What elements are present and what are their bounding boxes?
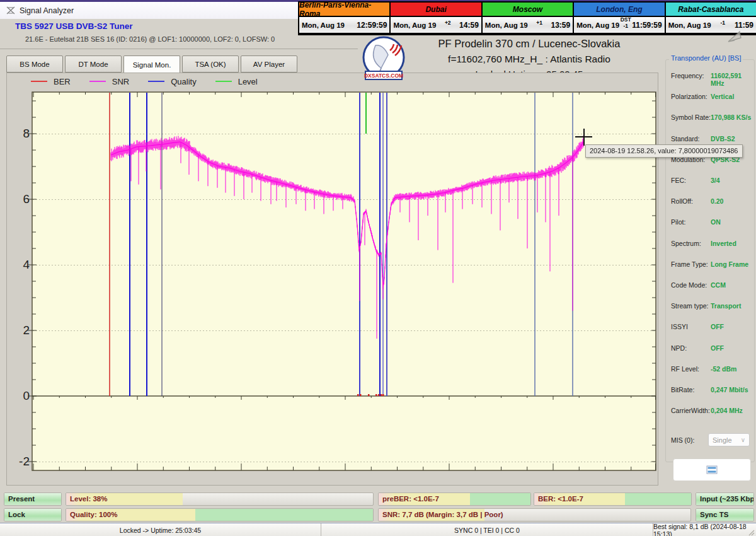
transponder-row-stream-type-: Stream type:Transport — [665, 302, 753, 312]
transponder-row-bitrate-: BitRate:0,247 Mbit/s — [665, 386, 753, 395]
meter-quality: Quality: 100% — [66, 508, 374, 521]
field-label: Standard: — [671, 135, 700, 143]
clock-time: 12:59:59 — [357, 21, 387, 30]
field-label: Code Mode: — [671, 281, 707, 289]
clock-city: Rabat-Casablanca — [666, 3, 756, 16]
clock-moscow: MoscowMon, Aug 19+113:59 — [481, 3, 573, 34]
clock-berlin-paris-vienna-roma: Berlin-Paris-Vienna-RomaMon, Aug 1912:59… — [299, 3, 389, 34]
meter-ber: BER: <1.0E-7 — [534, 492, 692, 506]
field-value: 0,247 Mbit/s — [711, 386, 748, 393]
meter-label: SNR: 7,7 dB (Margin: 3,7 dB | Poor) — [382, 509, 503, 521]
status-uptime: Locked -> Uptime: 25:03:45 — [0, 523, 321, 536]
dxsatcs-logo: DXSATCS.COM — [360, 35, 407, 83]
clock-time-row: Mon, Aug 1912:59:59 — [299, 16, 389, 33]
satellite-flag-icon — [726, 29, 745, 45]
world-clocks: Berlin-Paris-Vienna-RomaMon, Aug 1912:59… — [298, 1, 756, 35]
field-value: 170,988 KS/s — [711, 114, 751, 121]
clock-date: Mon, Aug 19 — [668, 21, 711, 29]
field-label: Polarization: — [671, 93, 707, 100]
field-value: Transport — [711, 302, 741, 310]
clock-time-row: Mon, Aug 19+113:59 — [483, 16, 573, 33]
mode-tabs: BS ModeDT ModeSignal Mon.TSA (OK)AV Play… — [6, 55, 297, 74]
field-value: DVB-S2 — [711, 135, 735, 143]
field-value: OFF — [711, 344, 724, 352]
field-label: Pilot: — [671, 218, 685, 226]
clock-date: Mon, Aug 19 — [485, 21, 528, 29]
header-divider — [0, 49, 358, 49]
field-label: Spectrum: — [671, 240, 701, 247]
field-value: -52 dBm — [711, 365, 736, 373]
clock-london-eng: London, EngMon, Aug 19DST -111:59:59 — [573, 3, 664, 34]
legend-level: Level — [215, 77, 258, 86]
chart-legend: BERSNRQualityLevel — [31, 74, 258, 88]
field-label: RF Level: — [671, 365, 699, 373]
legend-line-sample — [215, 81, 232, 82]
clock-city: Moscow — [483, 3, 573, 16]
meter-label: Level: 38% — [70, 493, 107, 505]
meter-preber: preBER: <1.0E-7 — [378, 492, 531, 506]
field-value: 11602,591 MHz — [711, 72, 753, 87]
transponder-row-polarization-: Polarization:Vertical — [665, 93, 753, 102]
field-label: Frequency: — [671, 72, 704, 79]
meter-label: Lock — [8, 509, 25, 521]
status-best-signal: Best signal: 8,1 dB (2024-08-18 15:13) — [653, 523, 756, 536]
tab-bs-mode[interactable]: BS Mode — [6, 55, 63, 73]
transponder-row-frame-type-: Frame Type:Long Frame — [665, 260, 753, 270]
transponder-title: Transponder (AU) [BS] — [669, 54, 743, 62]
tab-signal-mon-[interactable]: Signal Mon. — [123, 55, 180, 74]
clock-city: Dubai — [391, 3, 481, 16]
station-frequency: f=11602,760 MHz_H_ : Atlantis Radio — [403, 54, 655, 65]
clock-time-row: Mon, Aug 19DST -111:59:59 — [574, 16, 664, 33]
legend-label: Level — [238, 77, 258, 86]
legend-line-sample — [31, 81, 47, 82]
mis-dropdown[interactable]: Single ∨ — [708, 433, 750, 446]
field-label: FEC: — [671, 177, 686, 184]
transponder-list-button[interactable] — [673, 458, 751, 481]
clock-dubai: DubaiMon, Aug 19+214:59 — [389, 3, 481, 34]
legend-label: Quality — [171, 77, 196, 86]
clock-time: 11:59:59 — [632, 21, 662, 30]
field-value: Long Frame — [711, 260, 748, 268]
field-value: Vertical — [711, 93, 734, 100]
field-label: NPD: — [671, 344, 687, 352]
field-value: CCM — [711, 281, 726, 289]
transponder-row-issyi: ISSYIOFF — [665, 323, 753, 332]
clock-city: Berlin-Paris-Vienna-Roma — [299, 3, 389, 16]
tab-dt-mode[interactable]: DT Mode — [65, 55, 122, 73]
legend-snr: SNR — [89, 77, 129, 86]
legend-line-sample — [148, 81, 164, 82]
meter-label: preBER: <1.0E-7 — [382, 493, 439, 505]
legend-ber: BER — [31, 77, 71, 86]
field-value: 3/4 — [711, 177, 720, 184]
field-value: 0.20 — [711, 197, 723, 205]
meter-label: Quality: 100% — [70, 509, 117, 521]
tab-av-player[interactable]: AV Player — [241, 55, 297, 73]
transponder-row-rf-level-: RF Level:-52 dBm — [665, 365, 753, 375]
meter-snr: SNR: 7,7 dB (Margin: 3,7 dB | Poor) — [378, 508, 691, 521]
signal-analyzer-window: Signal Analyzer Berlin-Paris-Vienna-Roma… — [0, 0, 756, 536]
signal-chart[interactable] — [26, 88, 659, 486]
field-value: OFF — [711, 323, 724, 330]
list-icon — [706, 465, 718, 474]
transponder-row-spectrum-: Spectrum:Inverted — [665, 240, 753, 249]
tab-tsa-ok-[interactable]: TSA (OK) — [182, 55, 239, 73]
status-sync-counters: SYNC 0 | TEI 0 | CC 0 — [321, 523, 653, 536]
field-label: Stream type: — [671, 302, 709, 310]
status-bar: Locked -> Uptime: 25:03:45 SYNC 0 | TEI … — [0, 523, 756, 536]
app-icon — [6, 6, 15, 15]
transponder-row-rolloff-: RollOff:0.20 — [665, 197, 753, 207]
field-value: ON — [711, 218, 721, 226]
meter-label: Sync TS — [700, 509, 728, 521]
mis-label: MIS (0): — [671, 436, 694, 444]
window-title: Signal Analyzer — [20, 6, 74, 15]
clock-time: 13:59 — [551, 21, 571, 30]
transponder-row-frequency-: Frequency:11602,591 MHz — [665, 72, 753, 81]
clock-date: Mon, Aug 19 — [576, 21, 619, 29]
transponder-panel: Transponder (AU) [BS] Frequency:11602,59… — [665, 54, 755, 462]
tuner-name: TBS 5927 USB DVB-S2 Tuner — [15, 21, 133, 31]
field-label: Frame Type: — [671, 260, 708, 268]
meter-label: Present — [8, 493, 35, 505]
clock-utc-offset: +1 — [528, 20, 551, 26]
field-value: 0,204 MHz — [711, 407, 743, 414]
field-value: Inverted — [711, 240, 736, 247]
